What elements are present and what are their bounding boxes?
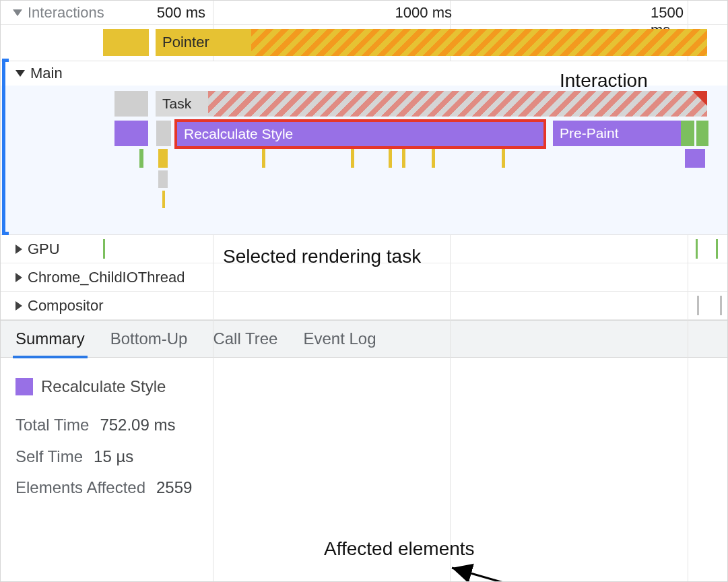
total-time-label: Total Time [15, 410, 89, 441]
pre-paint-bar[interactable]: Pre-Paint [553, 121, 681, 146]
annotation-affected-elements: Affected elements [324, 538, 475, 560]
summary-panel: Recalculate Style Total Time 752.09 ms S… [1, 358, 727, 517]
style-block[interactable] [114, 121, 148, 146]
annotation-arrows [1, 517, 728, 582]
pointer-label: Pointer [162, 34, 209, 51]
elements-affected-label: Elements Affected [15, 472, 145, 504]
micro-task[interactable] [158, 149, 168, 168]
tab-summary[interactable]: Summary [15, 329, 85, 348]
frame-block[interactable] [156, 121, 171, 146]
gpu-label: GPU [28, 240, 60, 258]
details-tabs: Summary Bottom-Up Call Tree Event Log [1, 320, 727, 358]
main-label: Main [30, 65, 63, 82]
recalculate-style-label: Recalculate Style [184, 126, 293, 141]
child-io-label: Chrome_ChildIOThread [28, 269, 185, 286]
chevron-down-icon [13, 9, 22, 16]
chevron-right-icon [15, 301, 22, 311]
child-io-track-header[interactable]: Chrome_ChildIOThread [1, 263, 727, 292]
micro-task[interactable] [351, 149, 354, 168]
tab-bottom-up[interactable]: Bottom-Up [110, 329, 188, 348]
micro-task[interactable] [162, 191, 165, 208]
compositor-tick [697, 296, 699, 315]
elements-affected-value: 2559 [156, 472, 192, 504]
gpu-tick [103, 239, 105, 259]
long-task-corner-icon [692, 91, 707, 106]
interactions-track-header[interactable]: Interactions [1, 1, 727, 25]
interactions-lane[interactable]: Pointer [1, 25, 727, 61]
compositor-track-header[interactable]: Compositor [1, 292, 727, 320]
gpu-track-header[interactable]: GPU [1, 235, 727, 263]
svg-line-0 [452, 568, 553, 582]
pointer-pre-segment[interactable] [103, 29, 149, 56]
self-time-label: Self Time [15, 441, 83, 473]
gpu-tick [716, 239, 718, 259]
total-time-value: 752.09 ms [100, 410, 175, 441]
task-block[interactable] [114, 91, 148, 117]
chevron-down-icon [15, 70, 25, 77]
micro-task[interactable] [402, 149, 405, 168]
interactions-label: Interactions [28, 4, 104, 22]
paint-block[interactable] [696, 121, 708, 146]
micro-task[interactable] [502, 149, 505, 168]
task-long-task-overlay [208, 91, 707, 117]
compositor-label: Compositor [28, 297, 103, 315]
recalculate-style-bar[interactable]: Recalculate Style [174, 119, 546, 149]
paint-block[interactable] [681, 121, 694, 146]
micro-task[interactable] [158, 170, 168, 188]
chevron-right-icon [15, 273, 22, 282]
pre-paint-label: Pre-Paint [560, 125, 619, 141]
main-track-header[interactable]: Main [1, 61, 727, 86]
compositor-tick [720, 296, 722, 315]
main-thread-track[interactable]: Main Task Recalculate Style Pre-Paint [1, 61, 727, 235]
summary-event-name: Recalculate Style [41, 371, 166, 403]
micro-task[interactable] [139, 149, 143, 168]
micro-task[interactable] [262, 149, 265, 168]
gpu-tick [696, 239, 698, 259]
pointer-hatched-segment [251, 29, 707, 56]
tab-call-tree[interactable]: Call Tree [213, 329, 277, 348]
micro-task[interactable] [389, 149, 392, 168]
track-selection-bracket [2, 59, 9, 235]
task-label: Task [162, 96, 191, 111]
chevron-right-icon [15, 245, 22, 254]
micro-task[interactable] [432, 149, 435, 168]
micro-task[interactable] [685, 149, 705, 168]
tab-event-log[interactable]: Event Log [303, 329, 376, 348]
self-time-value: 15 µs [94, 441, 133, 473]
color-swatch [15, 378, 33, 395]
